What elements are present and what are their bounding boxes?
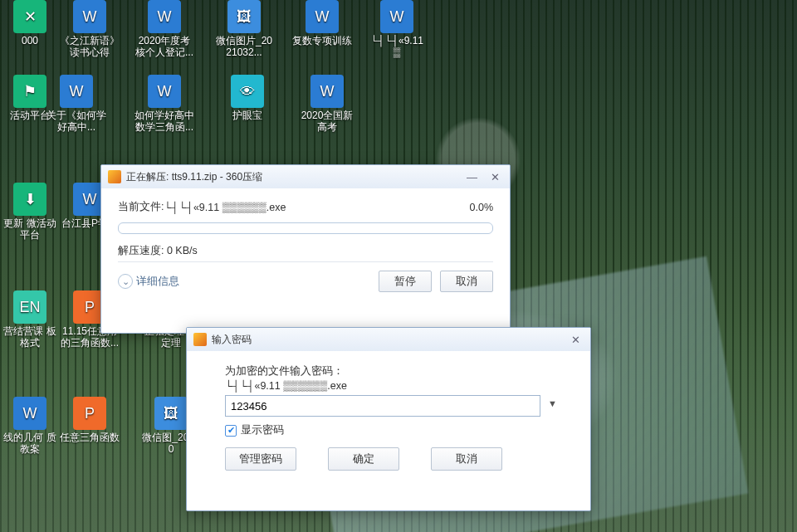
file-icon: ⚑ — [13, 75, 46, 108]
desktop-icon[interactable]: W2020年度考核个人登记... — [134, 0, 194, 58]
file-icon: ⬇ — [13, 183, 46, 216]
file-icon: W — [148, 0, 181, 33]
icon-label: 2020年度考核个人登记... — [134, 35, 194, 58]
desktop-icon[interactable]: ⬇更新 微活动平台 — [0, 183, 60, 241]
password-filename: └┤└┤«9.11 ▒▒▒▒▒▒.exe — [225, 380, 565, 392]
close-button[interactable]: ✕ — [487, 171, 503, 183]
desktop-icon[interactable]: W└┤└┤«9.11 ▒ — [367, 0, 427, 58]
manage-password-button[interactable]: 管理密码 — [225, 447, 296, 471]
ok-button[interactable]: 确定 — [328, 447, 399, 471]
desktop-icon[interactable]: ✕000 — [0, 0, 60, 46]
chevron-down-icon: ⌄ — [118, 274, 133, 289]
archive-icon — [193, 333, 207, 346]
show-password-checkbox[interactable]: ✔ 显示密码 — [225, 423, 565, 437]
progress-percent: 0.0% — [470, 202, 494, 213]
icon-label: 《之江新语》读书心得 — [60, 35, 120, 58]
icon-label: 护眼宝 — [218, 110, 277, 121]
icon-label: 营结营课 板格式 — [0, 325, 60, 349]
show-password-label: 显示密码 — [241, 423, 284, 437]
desktop-icon[interactable]: W2020全国新高考 — [297, 75, 357, 133]
icon-label: 关于《如何学好高中... — [46, 110, 106, 133]
icon-label: 微信图片_2021032... — [214, 35, 274, 58]
file-icon: EN — [13, 290, 46, 324]
icon-label: └┤└┤«9.11 ▒ — [367, 35, 427, 58]
extract-window: 正在解压: tts9.11.zip - 360压缩 — ✕ 当前文件: └┤└┤… — [100, 164, 511, 334]
dropdown-icon[interactable]: ▼ — [548, 398, 557, 408]
password-title: 输入密码 — [212, 333, 252, 347]
password-prompt: 为加密的文件输入密码： — [225, 364, 565, 378]
icon-label: 复数专项训练 — [292, 35, 352, 46]
desktop-icon[interactable]: W如何学好高中数学三角函... — [134, 75, 194, 133]
icon-label: 2020全国新高考 — [297, 110, 357, 133]
extract-title: 正在解压: tts9.11.zip - 360压缩 — [126, 170, 262, 184]
archive-icon — [108, 170, 121, 183]
extract-speed: 解压速度: 0 KB/s — [118, 244, 493, 258]
password-dialog: 输入密码 ✕ 为加密的文件输入密码： └┤└┤«9.11 ▒▒▒▒▒▒.exe … — [186, 327, 591, 511]
progress-bar — [118, 222, 493, 234]
desktop-icon[interactable]: EN营结营课 板格式 — [0, 290, 60, 349]
icon-label: 线的几何 质教案 — [0, 432, 60, 455]
file-icon: W — [60, 75, 93, 108]
cancel-button[interactable]: 取消 — [431, 447, 502, 471]
current-file-label: 当前文件: — [118, 200, 164, 214]
file-icon: W — [310, 75, 344, 108]
file-icon: 🖼 — [227, 0, 261, 33]
file-icon: P — [73, 397, 106, 430]
close-button[interactable]: ✕ — [568, 334, 584, 346]
desktop-icon[interactable]: W线的几何 质教案 — [0, 397, 60, 455]
desktop-icon[interactable]: W复数专项训练 — [292, 0, 352, 46]
icon-label: 000 — [0, 35, 60, 46]
file-icon: W — [306, 0, 339, 33]
icon-label: 任意三角函数 — [60, 432, 120, 443]
file-icon: 🖼 — [154, 397, 188, 430]
details-toggle[interactable]: ⌄ 详细信息 — [118, 274, 179, 289]
desktop-icon[interactable]: W《之江新语》读书心得 — [60, 0, 120, 58]
pause-button[interactable]: 暂停 — [379, 271, 432, 292]
desktop-icon[interactable]: 👁护眼宝 — [218, 75, 277, 121]
password-titlebar[interactable]: 输入密码 ✕ — [187, 328, 590, 351]
file-icon: ✕ — [13, 0, 46, 33]
file-icon: W — [380, 0, 413, 33]
cancel-button[interactable]: 取消 — [440, 271, 493, 292]
desktop-icon[interactable]: 🖼微信图片_2021032... — [214, 0, 274, 58]
icon-label: 更新 微活动平台 — [0, 217, 60, 241]
extract-titlebar[interactable]: 正在解压: tts9.11.zip - 360压缩 — ✕ — [101, 165, 510, 188]
file-icon: 👁 — [231, 75, 264, 108]
desktop-icon[interactable]: W关于《如何学好高中... — [46, 75, 106, 133]
icon-label: 如何学好高中数学三角函... — [134, 110, 194, 133]
check-icon: ✔ — [225, 425, 237, 437]
password-input[interactable] — [225, 395, 540, 417]
current-file-name: └┤└┤«9.11 ▒▒▒▒▒▒.exe — [164, 202, 286, 213]
desktop-icon[interactable]: P任意三角函数 — [60, 397, 120, 443]
file-icon: W — [148, 75, 181, 108]
minimize-button[interactable]: — — [463, 171, 481, 183]
file-icon: W — [73, 0, 106, 33]
file-icon: W — [13, 397, 46, 430]
details-label: 详细信息 — [136, 275, 179, 289]
